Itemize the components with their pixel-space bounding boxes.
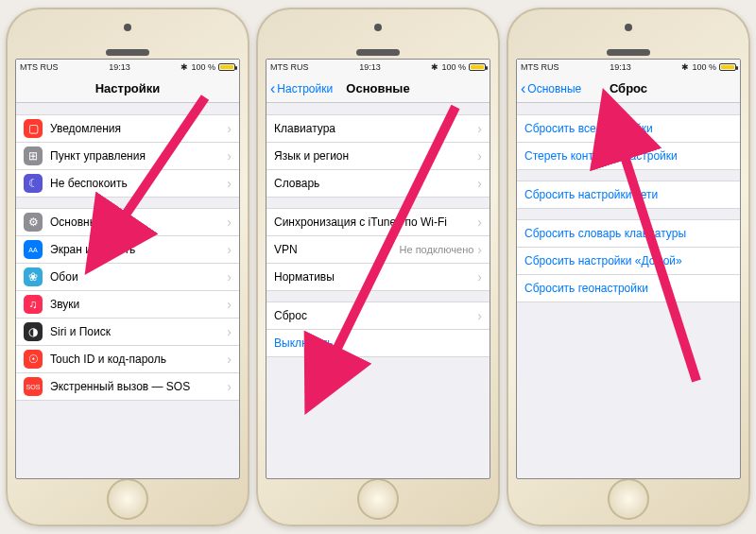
settings-row[interactable]: Сброс› [266, 301, 490, 330]
carrier: MTS RUS [20, 62, 59, 72]
row-label: Сбросить настройки «Домой» [524, 254, 732, 267]
chevron-right-icon: › [227, 269, 232, 284]
settings-row[interactable]: Клавиатура› [266, 114, 490, 143]
row-icon: ☉ [24, 350, 43, 369]
page-title: Настройки [95, 81, 161, 95]
screen-general: MTS RUS 19:13 ✱100 % ‹ Настройки Основны… [266, 59, 490, 479]
phone-frame-3: MTS RUS 19:13 ✱100 % ‹ Основные Сброс Сб… [507, 8, 750, 526]
row-label: Сбросить все настройки [524, 122, 732, 135]
home-button[interactable] [608, 478, 649, 520]
row-label: Клавиатура [274, 122, 477, 135]
chevron-right-icon: › [227, 121, 232, 136]
settings-row[interactable]: Синхронизация с iTunes по Wi-Fi› [266, 208, 490, 236]
row-label: Не беспокоить [50, 177, 227, 190]
row-icon: AA [24, 240, 43, 259]
chevron-right-icon: › [227, 176, 232, 191]
row-label: Пункт управления [50, 149, 227, 163]
chevron-right-icon: › [477, 269, 482, 284]
home-button[interactable] [357, 478, 399, 520]
row-label: Звуки [50, 298, 227, 311]
row-label: Выключить [274, 336, 482, 350]
chevron-left-icon: ‹ [521, 81, 525, 96]
chevron-right-icon: › [227, 324, 232, 339]
settings-row[interactable]: Нормативы› [266, 263, 490, 291]
row-label: VPN [274, 243, 400, 256]
chevron-right-icon: › [477, 215, 482, 230]
battery-pct: 100 % [191, 62, 215, 72]
row-label: Обои [50, 270, 227, 284]
reset-option[interactable]: Стереть контент и настройки [517, 142, 740, 170]
status-bar: MTS RUS 19:13 ✱100 % [16, 60, 239, 75]
row-label: Экстренный вызов — SOS [50, 380, 227, 393]
settings-row[interactable]: ▢Уведомления› [16, 114, 239, 143]
navbar: Настройки [16, 75, 239, 103]
row-label: Основные [50, 215, 227, 229]
row-label: Сброс [274, 309, 477, 322]
chevron-right-icon: › [227, 352, 232, 367]
settings-row[interactable]: ☾Не беспокоить› [16, 169, 239, 198]
page-title: Основные [346, 81, 409, 95]
row-label: Стереть контент и настройки [524, 149, 732, 163]
reset-option[interactable]: Сбросить настройки сети [517, 181, 740, 209]
chevron-right-icon: › [477, 121, 482, 136]
reset-option[interactable]: Сбросить геонастройки [517, 274, 740, 302]
row-label: Словарь [274, 177, 477, 190]
settings-row[interactable]: Язык и регион› [266, 142, 490, 170]
row-icon: ♫ [24, 295, 43, 314]
settings-row[interactable]: ☉Touch ID и код-пароль› [16, 345, 239, 373]
chevron-right-icon: › [227, 297, 232, 312]
settings-row[interactable]: ⊞Пункт управления› [16, 142, 239, 170]
row-icon: ◑ [24, 322, 43, 341]
settings-row[interactable]: ◑Siri и Поиск› [16, 318, 239, 346]
row-icon: ⚙ [24, 213, 43, 232]
phone-frame-1: MTS RUS 19:13 ✱100 % Настройки ▢Уведомле… [6, 8, 249, 526]
row-label: Синхронизация с iTunes по Wi-Fi [274, 215, 477, 229]
battery-icon [218, 63, 235, 71]
row-icon: ☾ [24, 174, 43, 193]
row-label: Сбросить словарь клавиатуры [524, 227, 732, 240]
row-icon: SOS [24, 377, 43, 396]
back-button[interactable]: ‹ Настройки [270, 75, 333, 102]
row-label: Нормативы [274, 270, 477, 284]
navbar: ‹ Настройки Основные [266, 75, 490, 103]
chevron-right-icon: › [477, 176, 482, 191]
clock: 19:13 [109, 62, 130, 72]
settings-row[interactable]: ❀Обои› [16, 263, 239, 291]
chevron-right-icon: › [477, 242, 482, 257]
chevron-right-icon: › [477, 148, 482, 164]
row-label: Сбросить геонастройки [524, 282, 732, 295]
chevron-left-icon: ‹ [270, 81, 275, 96]
settings-row[interactable]: ♫Звуки› [16, 290, 239, 319]
status-bar: MTS RUS 19:13 ✱100 % [517, 60, 740, 75]
status-bar: MTS RUS 19:13 ✱100 % [266, 60, 490, 75]
back-button[interactable]: ‹ Основные [521, 75, 581, 102]
settings-row[interactable]: Словарь› [266, 169, 490, 198]
chevron-right-icon: › [227, 242, 232, 257]
chevron-right-icon: › [227, 379, 232, 394]
settings-row[interactable]: Выключить [266, 329, 490, 357]
chevron-right-icon: › [227, 215, 232, 230]
settings-row[interactable]: AAЭкран и яркость› [16, 235, 239, 264]
row-label: Уведомления [50, 122, 227, 135]
row-label: Экран и яркость [50, 243, 227, 256]
row-label: Touch ID и код-пароль [50, 353, 227, 366]
screen-settings: MTS RUS 19:13 ✱100 % Настройки ▢Уведомле… [15, 59, 240, 479]
reset-option[interactable]: Сбросить все настройки [517, 114, 740, 143]
reset-option[interactable]: Сбросить настройки «Домой» [517, 247, 740, 275]
row-value: Не подключено [400, 244, 474, 255]
screen-reset: MTS RUS 19:13 ✱100 % ‹ Основные Сброс Сб… [516, 59, 741, 479]
settings-row[interactable]: VPNНе подключено› [266, 235, 490, 264]
navbar: ‹ Основные Сброс [517, 75, 740, 103]
home-button[interactable] [107, 478, 148, 520]
settings-row[interactable]: SOSЭкстренный вызов — SOS› [16, 372, 239, 401]
chevron-right-icon: › [477, 308, 482, 323]
settings-row[interactable]: ⚙Основные› [16, 208, 239, 236]
reset-option[interactable]: Сбросить словарь клавиатуры [517, 219, 740, 248]
row-label: Язык и регион [274, 149, 477, 163]
phone-frame-2: MTS RUS 19:13 ✱100 % ‹ Настройки Основны… [256, 8, 500, 526]
row-icon: ⊞ [24, 146, 43, 165]
row-label: Сбросить настройки сети [524, 188, 732, 201]
page-title: Сброс [610, 81, 647, 95]
row-label: Siri и Поиск [50, 325, 227, 338]
row-icon: ❀ [24, 267, 43, 286]
